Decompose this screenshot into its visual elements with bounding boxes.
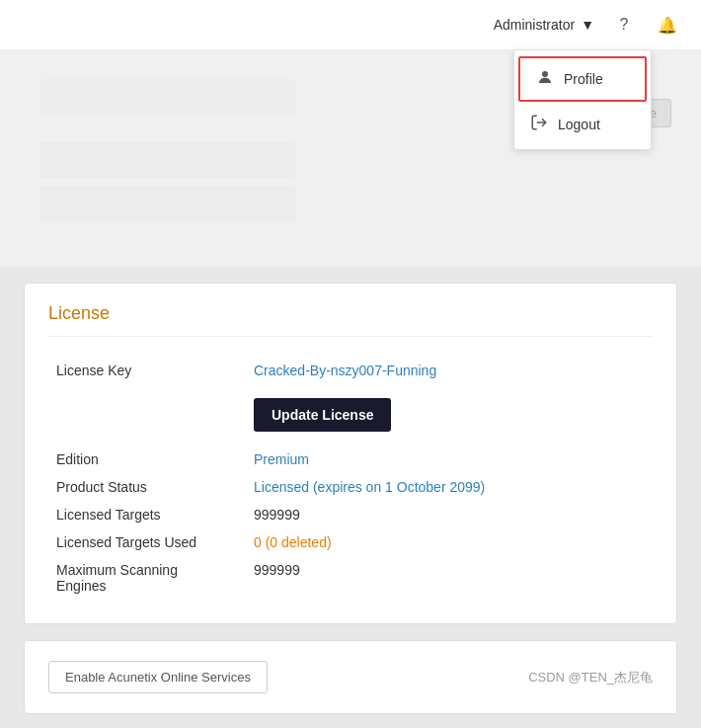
enable-acunetix-button[interactable]: Enable Acunetix Online Services xyxy=(48,661,268,693)
licensed-targets-label: Licensed Targets xyxy=(48,501,246,528)
licensed-targets-value: 999999 xyxy=(246,501,653,528)
admin-label: Administrator xyxy=(494,17,575,33)
max-scanning-engines-value: 999999 xyxy=(246,556,653,600)
help-icon: ? xyxy=(620,16,629,34)
user-dropdown-menu: Profile Logout xyxy=(513,49,652,150)
licensed-targets-used-label: Licensed Targets Used xyxy=(48,528,246,556)
product-status-row: Product Status Licensed (expires on 1 Oc… xyxy=(48,473,653,501)
svg-point-0 xyxy=(542,71,548,77)
watermark-text: CSDN @TEN_杰尼龟 xyxy=(528,669,653,687)
max-scanning-engines-label: Maximum Scanning Engines xyxy=(48,556,246,600)
bell-icon: 🔔 xyxy=(658,16,677,35)
logout-label: Logout xyxy=(558,117,600,132)
license-key-label: License Key xyxy=(48,357,246,384)
dropdown-arrow-icon: ▼ xyxy=(581,17,594,33)
help-button[interactable]: ? xyxy=(610,11,638,39)
license-title: License xyxy=(48,303,653,337)
profile-icon xyxy=(536,68,554,90)
license-key-value: Cracked-By-nszy007-Funning xyxy=(246,357,653,384)
logout-menu-item[interactable]: Logout xyxy=(514,104,651,145)
licensed-targets-used-value: 0 (0 deleted) xyxy=(246,528,653,556)
license-key-row: License Key Cracked-By-nszy007-Funning xyxy=(48,357,653,384)
max-scanning-engines-row: Maximum Scanning Engines 999999 xyxy=(48,556,653,600)
update-license-button[interactable]: Update License xyxy=(254,398,391,432)
product-status-label: Product Status xyxy=(48,473,246,501)
license-table: License Key Cracked-By-nszy007-Funning U… xyxy=(48,357,653,600)
top-nav: Administrator ▼ ? 🔔 xyxy=(0,0,701,49)
blurred-row-1 xyxy=(39,79,296,115)
edition-value: Premium xyxy=(246,445,653,473)
update-license-row: Update License xyxy=(48,384,653,445)
edition-label: Edition xyxy=(48,445,246,473)
license-panel: License License Key Cracked-By-nszy007-F… xyxy=(24,283,677,624)
profile-label: Profile xyxy=(564,71,603,87)
blurred-row-3 xyxy=(39,186,296,221)
edition-row: Edition Premium xyxy=(48,445,653,473)
blurred-row-2 xyxy=(39,142,296,178)
logout-icon xyxy=(530,114,548,135)
product-status-value: Licensed (expires on 1 October 2099) xyxy=(246,473,653,501)
licensed-targets-row: Licensed Targets 999999 xyxy=(48,501,653,528)
bottom-section: Enable Acunetix Online Services CSDN @TE… xyxy=(24,640,677,714)
admin-dropdown[interactable]: Administrator ▼ xyxy=(494,17,594,33)
licensed-targets-used-row: Licensed Targets Used 0 (0 deleted) xyxy=(48,528,653,556)
notification-button[interactable]: 🔔 xyxy=(654,11,681,39)
profile-menu-item[interactable]: Profile xyxy=(518,56,647,102)
